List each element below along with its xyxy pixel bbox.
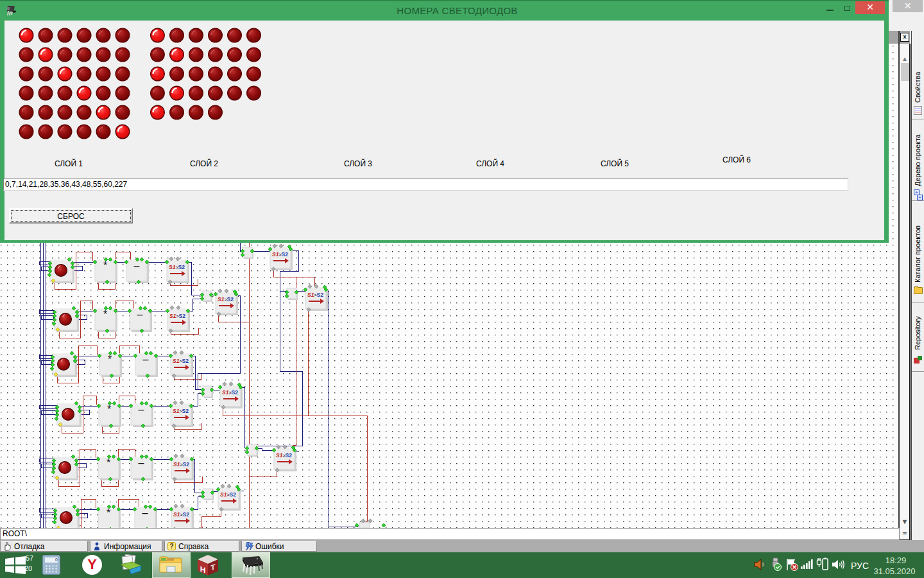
svg-text:–: – <box>137 309 143 320</box>
svg-text:–: – <box>139 457 144 468</box>
svg-text:*: * <box>107 507 110 518</box>
svg-text:*: * <box>107 404 111 415</box>
svg-text:–: – <box>143 354 149 365</box>
svg-text:S1>S2: S1>S2 <box>218 296 234 302</box>
svg-text:*: * <box>108 354 112 365</box>
svg-text:S1>S2: S1>S2 <box>272 251 288 258</box>
svg-text:*: * <box>103 260 107 271</box>
svg-text:S1>S2: S1>S2 <box>169 313 185 319</box>
svg-text:?: ? <box>169 543 173 550</box>
svg-text:–: – <box>142 507 148 518</box>
svg-text:S1>S2: S1>S2 <box>307 292 323 298</box>
svg-text:H: H <box>200 565 206 575</box>
svg-text:–: – <box>134 260 140 271</box>
svg-text:S1>S2: S1>S2 <box>173 511 189 518</box>
svg-text:T: T <box>210 562 216 572</box>
svg-text:S1>S2: S1>S2 <box>220 491 236 498</box>
svg-text:*: * <box>107 457 110 468</box>
svg-text:S1>S2: S1>S2 <box>169 264 185 270</box>
svg-text:*: * <box>103 309 107 320</box>
svg-text:S1>S2: S1>S2 <box>222 389 238 396</box>
svg-text:S1>S2: S1>S2 <box>173 408 189 414</box>
svg-text:S1>S2: S1>S2 <box>173 461 189 468</box>
svg-text:S1>S2: S1>S2 <box>276 452 292 459</box>
svg-text:S1>S2: S1>S2 <box>173 358 189 364</box>
svg-text:–: – <box>139 404 144 415</box>
